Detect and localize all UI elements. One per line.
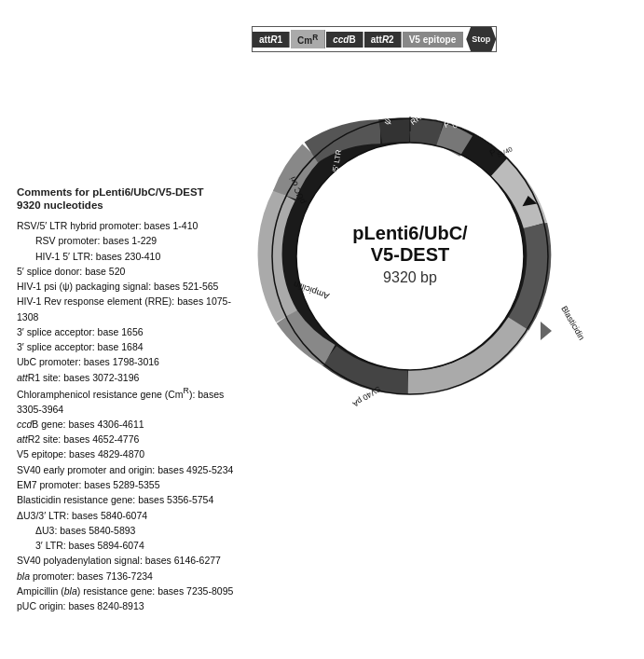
label-blasticidin: Blasticidin bbox=[559, 304, 586, 341]
comment-cmr: Chloramphenicol resistance gene (CmR): b… bbox=[17, 385, 245, 417]
comment-bla-promoter: bla promoter: bases 7136-7234 bbox=[17, 569, 245, 583]
comments-section: Comments for pLenti6/UbC/V5-DEST 9320 nu… bbox=[17, 186, 245, 613]
comment-rsv-promoter: RSV promoter: bases 1-229 bbox=[17, 233, 245, 248]
comments-title: Comments for pLenti6/UbC/V5-DEST bbox=[17, 186, 245, 198]
comment-v5: V5 epitope: bases 4829-4870 bbox=[17, 446, 245, 461]
comment-splice-acc1: 3′ splice acceptor: base 1656 bbox=[17, 324, 245, 339]
plasmid-map: pLenti6/UbC/ V5-DEST 9320 bp PSV40 EM7 B… bbox=[224, 51, 596, 452]
comment-rsv-ltr: RSV/5′ LTR hybrid promoter: bases 1-410 bbox=[17, 218, 245, 233]
comment-em7: EM7 promoter: bases 5289-5355 bbox=[17, 477, 245, 492]
legend-stop: Stop bbox=[466, 27, 496, 51]
label-delta-u3: ΔU3/3′ LTR bbox=[488, 364, 514, 404]
plasmid-name2: V5-DEST bbox=[371, 244, 449, 265]
plasmid-size: 9320 bp bbox=[383, 269, 437, 285]
rre-segment bbox=[410, 130, 440, 134]
comment-3ltr: 3′ LTR: bases 5894-6074 bbox=[17, 538, 245, 553]
legend-attr1: attR1 bbox=[253, 32, 290, 48]
blasticidin-arrow bbox=[541, 322, 552, 340]
comment-splice-donor: 5′ splice donor: base 520 bbox=[17, 264, 245, 279]
comment-ubc: UbC promoter: bases 1798-3016 bbox=[17, 354, 245, 369]
legend-cmr: CmR bbox=[291, 30, 325, 48]
comment-splice-acc2: 3′ splice acceptor: base 1684 bbox=[17, 339, 245, 354]
comment-ccdb: ccdB gene: bases 4306-4611 bbox=[17, 417, 245, 432]
label-em7: EM7 bbox=[547, 205, 566, 218]
legend-bar: attR1 CmR ccdB attR2 V5 epitope Stop bbox=[252, 26, 497, 52]
plasmid-name1: pLenti6/UbC/ bbox=[352, 223, 468, 243]
comment-psi: HIV-1 psi (ψ) packaging signal: bases 52… bbox=[17, 279, 245, 294]
pubc-segment bbox=[440, 134, 466, 146]
comment-sv40pa: SV40 polyadenylation signal: bases 6146-… bbox=[17, 553, 245, 568]
comment-rre: HIV-1 Rev response element (RRE): bases … bbox=[17, 294, 245, 324]
comment-puc: pUC origin: bases 8240-8913 bbox=[17, 598, 245, 613]
comment-delta-ltr: ΔU3/3′ LTR: bases 5840-6074 bbox=[17, 508, 245, 523]
comments-subtitle: 9320 nucleotides bbox=[17, 199, 245, 211]
comment-delta-u3: ΔU3: bases 5840-5893 bbox=[17, 523, 245, 538]
comment-blasticidin: Blasticidin resistance gene: bases 5356-… bbox=[17, 492, 245, 507]
psi-segment bbox=[380, 130, 410, 132]
legend-attr2: attR2 bbox=[364, 32, 402, 48]
legend-v5: V5 epitope bbox=[403, 32, 464, 48]
comment-sv40: SV40 early promoter and origin: bases 49… bbox=[17, 462, 245, 477]
comment-ampicillin: Ampicillin (bla) resistance gene: bases … bbox=[17, 583, 245, 598]
comment-attr2: attR2 site: bases 4652-4776 bbox=[17, 432, 245, 446]
legend-ccdb: ccdB bbox=[326, 32, 363, 48]
comment-hiv-ltr: HIV-1 5′ LTR: bases 230-410 bbox=[17, 249, 245, 264]
comment-attr1: attR1 site: bases 3072-3196 bbox=[17, 370, 245, 385]
